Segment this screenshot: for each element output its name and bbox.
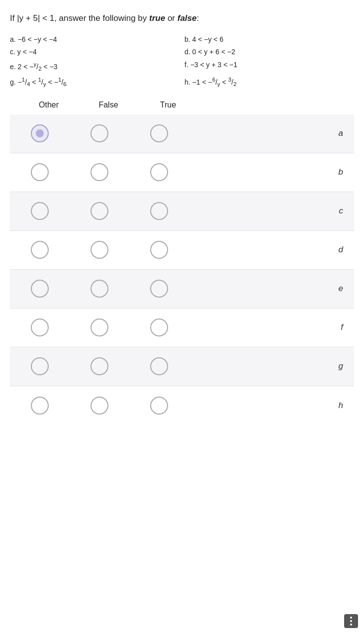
- radio-other-d[interactable]: [31, 241, 49, 259]
- radio-true-a[interactable]: [150, 124, 168, 142]
- radio-other-h[interactable]: [31, 397, 49, 415]
- radio-cell-true-b[interactable]: [129, 156, 189, 188]
- radio-cell-true-f[interactable]: [129, 312, 189, 343]
- radio-cell-other-e[interactable]: [10, 273, 70, 305]
- table-row: d: [10, 231, 354, 270]
- row-label-g: g: [189, 361, 354, 371]
- table-row: g: [10, 347, 354, 386]
- radio-false-a[interactable]: [91, 124, 108, 142]
- radio-cell-other-f[interactable]: [10, 312, 70, 343]
- header-other: Other: [19, 101, 79, 109]
- header-true: True: [138, 101, 198, 109]
- row-label-b: b: [189, 167, 354, 177]
- table-row: c: [10, 192, 354, 231]
- radio-cell-true-a[interactable]: [129, 117, 189, 149]
- radio-table: a b c: [10, 114, 354, 425]
- radio-true-g[interactable]: [150, 357, 168, 375]
- more-dots-icon: [350, 617, 352, 626]
- radio-cell-false-h[interactable]: [70, 390, 129, 422]
- table-row: a: [10, 114, 354, 153]
- radio-cell-true-e[interactable]: [129, 273, 189, 305]
- sub-q-c: c. y < −4: [10, 46, 180, 58]
- radio-cell-other-g[interactable]: [10, 350, 70, 382]
- sub-q-e: e. 2 < −y/2 < −3: [10, 59, 180, 74]
- radio-cell-other-b[interactable]: [10, 156, 70, 188]
- dot-3: [350, 624, 352, 626]
- radio-cell-other-c[interactable]: [10, 195, 70, 227]
- radio-cell-true-g[interactable]: [129, 350, 189, 382]
- radio-cell-true-h[interactable]: [129, 390, 189, 422]
- radio-true-c[interactable]: [150, 202, 168, 220]
- table-row: b: [10, 153, 354, 192]
- row-label-e: e: [189, 284, 354, 294]
- radio-other-g[interactable]: [31, 357, 49, 375]
- dot-2: [350, 620, 352, 622]
- radio-true-b[interactable]: [150, 163, 168, 181]
- radio-true-f[interactable]: [150, 318, 168, 336]
- radio-cell-false-a[interactable]: [70, 117, 129, 149]
- page: If |y + 5| < 1, answer the following by …: [0, 0, 364, 637]
- sub-questions-grid: a. −6 < −y < −4 b. 4 < −y < 6 c. y < −4 …: [10, 34, 354, 90]
- radio-false-g[interactable]: [91, 357, 108, 375]
- row-label-a: a: [189, 128, 354, 138]
- radio-other-e[interactable]: [31, 280, 49, 298]
- radio-true-e[interactable]: [150, 280, 168, 298]
- radio-false-e[interactable]: [91, 280, 108, 298]
- radio-cell-false-c[interactable]: [70, 195, 129, 227]
- radio-cell-false-e[interactable]: [70, 273, 129, 305]
- more-options-button[interactable]: [344, 614, 358, 628]
- radio-false-b[interactable]: [91, 163, 108, 181]
- radio-other-c[interactable]: [31, 202, 49, 220]
- sub-q-f: f. −3 < y + 3 < −1: [184, 59, 354, 74]
- sub-q-g: g. −1/4 < 1/y < −1/6: [10, 75, 180, 89]
- radio-cell-false-f[interactable]: [70, 312, 129, 343]
- radio-false-d[interactable]: [91, 241, 108, 259]
- radio-cell-true-d[interactable]: [129, 234, 189, 266]
- row-label-d: d: [189, 245, 354, 255]
- row-label-c: c: [189, 206, 354, 216]
- radio-cell-false-b[interactable]: [70, 156, 129, 188]
- radio-cell-false-g[interactable]: [70, 350, 129, 382]
- header-false: False: [79, 101, 138, 109]
- radio-other-a[interactable]: [31, 124, 49, 142]
- sub-q-a: a. −6 < −y < −4: [10, 34, 180, 46]
- sub-q-b: b. 4 < −y < 6: [184, 34, 354, 46]
- radio-cell-true-c[interactable]: [129, 195, 189, 227]
- column-headers: Other False True: [10, 101, 354, 114]
- table-row: f: [10, 309, 354, 347]
- radio-cell-false-d[interactable]: [70, 234, 129, 266]
- radio-false-c[interactable]: [91, 202, 108, 220]
- radio-other-f[interactable]: [31, 318, 49, 336]
- sub-q-h: h. −1 < −6/y < 3/2: [184, 75, 354, 89]
- radio-true-h[interactable]: [150, 397, 168, 415]
- dot-1: [350, 617, 352, 619]
- table-row: h: [10, 386, 354, 425]
- radio-true-d[interactable]: [150, 241, 168, 259]
- question-text: If |y + 5| < 1, answer the following by …: [10, 12, 354, 25]
- table-row: e: [10, 270, 354, 309]
- row-label-f: f: [189, 322, 354, 332]
- radio-false-h[interactable]: [91, 397, 108, 415]
- radio-other-b[interactable]: [31, 163, 49, 181]
- radio-cell-other-a[interactable]: [10, 117, 70, 149]
- radio-cell-other-d[interactable]: [10, 234, 70, 266]
- row-label-h: h: [189, 401, 354, 411]
- radio-false-f[interactable]: [91, 318, 108, 336]
- sub-q-d: d. 0 < y + 6 < −2: [184, 46, 354, 58]
- false-label: false: [178, 13, 197, 23]
- true-false-label: true: [149, 13, 165, 23]
- radio-cell-other-h[interactable]: [10, 390, 70, 422]
